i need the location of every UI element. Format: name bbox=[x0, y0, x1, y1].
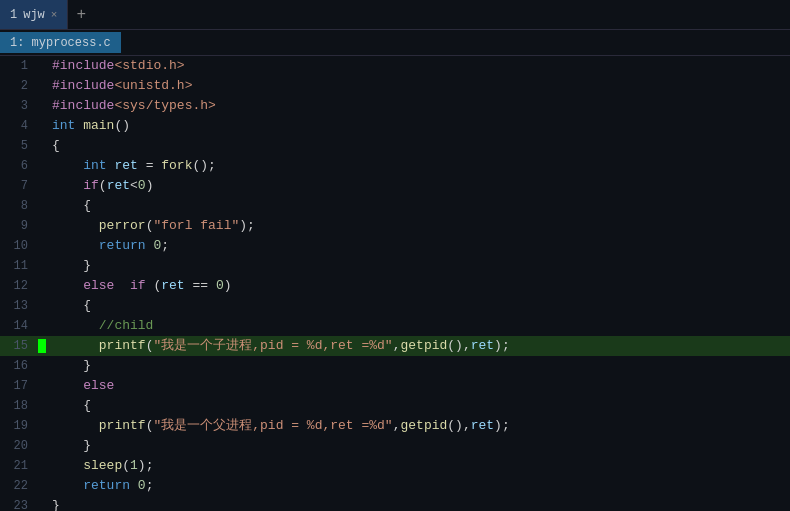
line-content-17: else bbox=[48, 376, 114, 396]
code-line-16: 16 } bbox=[0, 356, 790, 376]
line-number-18: 18 bbox=[0, 396, 36, 416]
line-content-13: { bbox=[48, 296, 91, 316]
line-number-22: 22 bbox=[0, 476, 36, 496]
line-number-17: 17 bbox=[0, 376, 36, 396]
line-number-7: 7 bbox=[0, 176, 36, 196]
breadcrumb[interactable]: 1: myprocess.c bbox=[0, 32, 121, 53]
code-line-15: 15 printf("我是一个子进程,pid = %d,ret =%d",get… bbox=[0, 336, 790, 356]
line-content-22: return 0; bbox=[48, 476, 153, 496]
code-line-18: 18 { bbox=[0, 396, 790, 416]
breadcrumb-bar: 1: myprocess.c bbox=[0, 30, 790, 56]
code-line-8: 8 { bbox=[0, 196, 790, 216]
line-number-5: 5 bbox=[0, 136, 36, 156]
line-number-9: 9 bbox=[0, 216, 36, 236]
line-content-12: else if (ret == 0) bbox=[48, 276, 232, 296]
tab-close-button[interactable]: × bbox=[51, 9, 58, 21]
line-content-14: //child bbox=[48, 316, 153, 336]
line-number-11: 11 bbox=[0, 256, 36, 276]
line-number-8: 8 bbox=[0, 196, 36, 216]
line-number-16: 16 bbox=[0, 356, 36, 376]
code-line-21: 21 sleep(1); bbox=[0, 456, 790, 476]
line-number-23: 23 bbox=[0, 496, 36, 511]
line-number-13: 13 bbox=[0, 296, 36, 316]
line-content-10: return 0; bbox=[48, 236, 169, 256]
line-content-19: printf("我是一个父进程,pid = %d,ret =%d",getpid… bbox=[48, 416, 510, 436]
code-line-7: 7 if(ret<0) bbox=[0, 176, 790, 196]
line-number-15: 15 bbox=[0, 336, 36, 356]
code-line-3: 3 #include<sys/types.h> bbox=[0, 96, 790, 116]
code-line-13: 13 { bbox=[0, 296, 790, 316]
line-content-2: #include<unistd.h> bbox=[48, 76, 192, 96]
line-number-10: 10 bbox=[0, 236, 36, 256]
tab-bar: 1 wjw × + bbox=[0, 0, 790, 30]
line-number-2: 2 bbox=[0, 76, 36, 96]
code-line-19: 19 printf("我是一个父进程,pid = %d,ret =%d",get… bbox=[0, 416, 790, 436]
line-number-21: 21 bbox=[0, 456, 36, 476]
line-content-21: sleep(1); bbox=[48, 456, 153, 476]
code-line-4: 4 int main() bbox=[0, 116, 790, 136]
line-content-4: int main() bbox=[48, 116, 130, 136]
line-content-15: printf("我是一个子进程,pid = %d,ret =%d",getpid… bbox=[48, 336, 510, 356]
code-line-23: 23 } bbox=[0, 496, 790, 511]
code-line-12: 12 else if (ret == 0) bbox=[0, 276, 790, 296]
code-line-9: 9 perror("forl fail"); bbox=[0, 216, 790, 236]
line-indicator-15 bbox=[36, 339, 48, 353]
line-number-4: 4 bbox=[0, 116, 36, 136]
line-content-8: { bbox=[48, 196, 91, 216]
line-number-20: 20 bbox=[0, 436, 36, 456]
line-number-19: 19 bbox=[0, 416, 36, 436]
line-number-3: 3 bbox=[0, 96, 36, 116]
line-content-23: } bbox=[48, 496, 60, 511]
line-content-16: } bbox=[48, 356, 91, 376]
tab-wjw[interactable]: 1 wjw × bbox=[0, 0, 68, 29]
line-content-7: if(ret<0) bbox=[48, 176, 153, 196]
code-line-11: 11 } bbox=[0, 256, 790, 276]
line-number-14: 14 bbox=[0, 316, 36, 336]
line-content-6: int ret = fork(); bbox=[48, 156, 216, 176]
code-line-22: 22 return 0; bbox=[0, 476, 790, 496]
line-content-18: { bbox=[48, 396, 91, 416]
line-content-3: #include<sys/types.h> bbox=[48, 96, 216, 116]
new-tab-button[interactable]: + bbox=[68, 0, 94, 29]
code-line-5: 5 { bbox=[0, 136, 790, 156]
line-content-11: } bbox=[48, 256, 91, 276]
code-line-14: 14 //child bbox=[0, 316, 790, 336]
code-editor: 1 #include<stdio.h> 2 #include<unistd.h>… bbox=[0, 56, 790, 511]
line-content-20: } bbox=[48, 436, 91, 456]
line-number-12: 12 bbox=[0, 276, 36, 296]
code-line-6: 6 int ret = fork(); bbox=[0, 156, 790, 176]
code-line-17: 17 else bbox=[0, 376, 790, 396]
line-content-9: perror("forl fail"); bbox=[48, 216, 255, 236]
tab-name: wjw bbox=[23, 8, 45, 22]
line-content-1: #include<stdio.h> bbox=[48, 56, 185, 76]
code-line-20: 20 } bbox=[0, 436, 790, 456]
breakpoint-indicator bbox=[38, 339, 46, 353]
line-number-1: 1 bbox=[0, 56, 36, 76]
code-line-2: 2 #include<unistd.h> bbox=[0, 76, 790, 96]
tab-number: 1 bbox=[10, 8, 17, 22]
line-number-6: 6 bbox=[0, 156, 36, 176]
code-line-10: 10 return 0; bbox=[0, 236, 790, 256]
code-line-1: 1 #include<stdio.h> bbox=[0, 56, 790, 76]
line-content-5: { bbox=[48, 136, 60, 156]
